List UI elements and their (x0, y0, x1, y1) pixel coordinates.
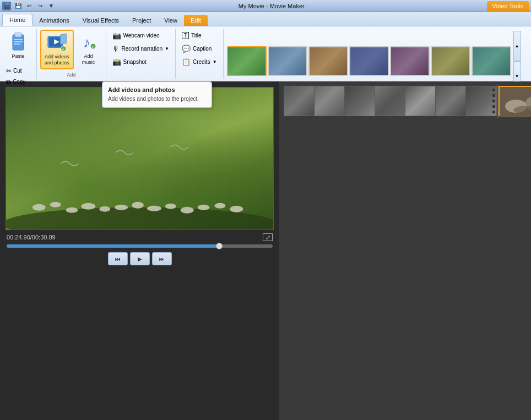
svg-text:+: + (62, 47, 65, 52)
caption-group: 🅃 Title 💬 Caption 📋 Credits ▼ (176, 29, 224, 79)
add-videos-button[interactable]: + Add videosand photos (40, 30, 74, 69)
video-tools-tab[interactable]: Video Tools (487, 1, 529, 11)
play-button[interactable]: ▶ (130, 252, 150, 265)
narration-content: 📷 Webcam video 🎙 Record narration ▼ 📸 Sn… (110, 30, 172, 77)
redo-btn[interactable]: ↪ (35, 1, 45, 11)
selected-strip-segment[interactable] (499, 86, 531, 116)
mic-icon: 🎙 (112, 45, 120, 53)
strip-segment-1[interactable] (284, 86, 315, 116)
webcam-video-button[interactable]: 📷 Webcam video (110, 30, 172, 41)
app-icon: 🎬 (2, 2, 11, 10)
snapshot-icon: 📸 (112, 58, 121, 66)
play-icon: ▶ (138, 256, 142, 262)
prev-frame-button[interactable]: ⏮ (108, 252, 128, 265)
add-music-label: Addmusic (82, 53, 95, 66)
strip-segment-6[interactable] (436, 86, 466, 116)
theme-thumbnail-5[interactable] (390, 46, 430, 76)
credits-icon: 📋 (182, 58, 191, 66)
copy-label: Copy (13, 79, 25, 85)
svg-rect-3 (14, 41, 23, 42)
timeline-strip (284, 86, 531, 116)
right-panel (279, 81, 531, 420)
expand-icon[interactable]: ⤢ (263, 233, 273, 241)
paste-button[interactable]: Paste (3, 30, 33, 62)
tab-animations[interactable]: Animations (32, 15, 75, 26)
theme-thumbnail-2[interactable] (268, 46, 307, 76)
tab-home[interactable]: Home (2, 14, 32, 26)
svg-point-17 (66, 208, 78, 213)
theme-thumbnail-4[interactable] (349, 46, 389, 76)
seek-handle[interactable] (216, 243, 223, 249)
svg-point-19 (99, 206, 110, 212)
svg-point-22 (147, 206, 161, 211)
strip-segment-2[interactable] (315, 86, 345, 116)
film-strip[interactable] (284, 86, 497, 116)
copy-button[interactable]: ⧉ Copy (3, 77, 28, 87)
theme-thumbnail-6[interactable] (431, 46, 470, 76)
tooltip-body: Add videos and photos to the project. (108, 95, 206, 103)
title-bar: 🎬 💾 ↩ ↪ ▼ My Movie - Movie Maker Video T… (0, 0, 531, 12)
cut-button[interactable]: ✂ Cut (3, 66, 28, 76)
tooltip: Add videos and photos Add videos and pho… (102, 81, 212, 108)
next-frame-button[interactable]: ⏭ (152, 252, 172, 265)
video-canvas[interactable] (6, 87, 274, 230)
cut-copy-group: ✂ Cut ⧉ Copy (3, 63, 28, 87)
record-narration-button[interactable]: 🎙 Record narration ▼ (110, 43, 172, 54)
tab-project[interactable]: Project (126, 15, 158, 26)
svg-text:+: + (91, 45, 94, 50)
svg-rect-1 (15, 32, 21, 37)
caption-label: Caption (193, 46, 212, 52)
caption-content: 🅃 Title 💬 Caption 📋 Credits ▼ (179, 30, 220, 77)
strip-segment-7[interactable] (466, 86, 496, 116)
video-preview-panel: 00:24.90/00:30.09 ⤢ ⏮ ▶ ⏭ (0, 81, 279, 420)
cut-label: Cut (13, 68, 22, 74)
scissors-icon: ✂ (6, 67, 12, 75)
next-icon: ⏭ (159, 256, 165, 262)
caption-button[interactable]: 💬 Caption (179, 43, 220, 54)
copy-icon: ⧉ (6, 78, 11, 86)
themes-group: ▲ ▼ AutoMovie themes (224, 29, 531, 79)
svg-point-25 (198, 205, 210, 210)
tab-edit[interactable]: Edit (184, 15, 208, 26)
credits-button[interactable]: 📋 Credits ▼ (179, 56, 220, 68)
narration-group: 📷 Webcam video 🎙 Record narration ▼ 📸 Sn… (106, 29, 176, 79)
webcam-label: Webcam video (123, 32, 160, 39)
clipboard-content: Paste ✂ Cut ⧉ Copy (3, 30, 33, 87)
theme-thumbnail-1[interactable] (227, 46, 267, 76)
theme-thumbnail-7[interactable] (472, 46, 511, 76)
svg-point-20 (115, 205, 128, 210)
time-display: 00:24.90/00:30.09 ⤢ (6, 233, 274, 241)
seek-bar[interactable] (7, 244, 273, 248)
add-music-icon: ♪ + (79, 32, 99, 52)
svg-point-26 (214, 203, 225, 209)
paste-label: Paste (12, 53, 24, 59)
strip-segment-4[interactable] (375, 86, 405, 116)
narration-buttons: 📷 Webcam video 🎙 Record narration ▼ 📸 Sn… (110, 30, 172, 68)
svg-rect-8 (61, 34, 67, 44)
add-videos-icon: + (47, 33, 67, 53)
credits-dropdown-arrow: ▼ (213, 59, 217, 64)
dropdown-btn[interactable]: ▼ (46, 1, 56, 11)
title-button[interactable]: 🅃 Title (179, 30, 220, 41)
webcam-icon: 📷 (112, 31, 121, 40)
video-frame (6, 88, 273, 230)
undo-btn[interactable]: ↩ (24, 1, 34, 11)
svg-point-16 (50, 202, 61, 208)
selected-segment-svg (500, 87, 531, 117)
add-label: Add (67, 71, 75, 78)
main-area: 00:24.90/00:30.09 ⤢ ⏮ ▶ ⏭ (0, 81, 531, 420)
add-music-button[interactable]: ♪ + Addmusic (75, 30, 102, 68)
save-btn[interactable]: 💾 (13, 1, 23, 11)
snapshot-button[interactable]: 📸 Snapshot (110, 56, 172, 68)
themes-scroll-up[interactable]: ▲ (513, 31, 521, 61)
tab-visual-effects[interactable]: Visual Effects (76, 15, 126, 26)
svg-point-24 (181, 207, 194, 214)
strip-segment-5[interactable] (405, 86, 436, 116)
playback-controls: ⏮ ▶ ⏭ (6, 251, 274, 266)
theme-thumbnail-3[interactable] (308, 46, 348, 76)
strip-segment-3[interactable] (345, 86, 375, 116)
svg-text:♪: ♪ (83, 34, 90, 51)
tab-view[interactable]: View (158, 15, 184, 26)
text-buttons: 🅃 Title 💬 Caption 📋 Credits ▼ (179, 30, 220, 68)
film-dots-right (492, 88, 495, 114)
